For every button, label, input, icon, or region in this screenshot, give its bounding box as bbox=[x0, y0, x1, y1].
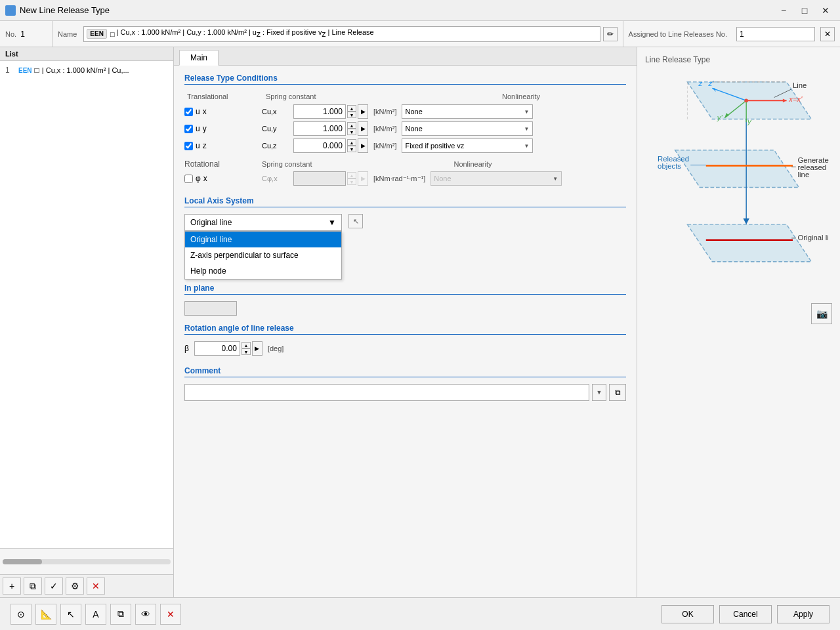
rotation-title: Rotation angle of line release bbox=[184, 324, 626, 335]
list-item[interactable]: 1 EEN □ | Cu,x : 1.000 kN/m² | Cu,... bbox=[3, 64, 171, 77]
list-settings-button[interactable]: ⚙ bbox=[66, 578, 84, 595]
list-item-number: 1 bbox=[5, 66, 16, 75]
ux-value-input[interactable] bbox=[293, 104, 346, 119]
uz-arrow-button[interactable]: ▶ bbox=[358, 138, 368, 153]
col-spring-constant: Spring constant bbox=[263, 91, 414, 102]
ux-nonlinearity-select[interactable]: None Fixed positive Fixed negative Fixed… bbox=[402, 104, 533, 119]
assigned-input[interactable] bbox=[736, 27, 815, 41]
uy-spin-wrapper: ▲ ▼ ▶ bbox=[293, 121, 368, 136]
layers-icon-button[interactable]: ⧉ bbox=[110, 604, 131, 625]
phix-unit: [kNm·rad⁻¹·m⁻¹] bbox=[373, 175, 425, 183]
minimize-button[interactable]: − bbox=[774, 3, 793, 18]
uz-spin-down[interactable]: ▼ bbox=[347, 146, 356, 152]
phix-checkbox[interactable] bbox=[184, 175, 193, 183]
list-check-button[interactable]: ✓ bbox=[45, 578, 63, 595]
phix-arrow-button: ▶ bbox=[358, 171, 368, 186]
dropdown-item-z-axis[interactable]: Z-axis perpendicular to surface bbox=[185, 247, 341, 263]
delete-icon-button[interactable]: ✕ bbox=[160, 604, 181, 625]
uz-checkbox-label[interactable]: uz bbox=[184, 141, 257, 150]
list-scrollbar[interactable] bbox=[3, 559, 171, 564]
ok-button[interactable]: OK bbox=[662, 605, 714, 623]
app-icon bbox=[5, 5, 16, 16]
rotation-arrow-button[interactable]: ▶ bbox=[252, 341, 262, 356]
ux-spin-buttons: ▲ ▼ bbox=[347, 105, 356, 118]
ux-arrow-button[interactable]: ▶ bbox=[358, 104, 368, 119]
uz-unit: [kN/m²] bbox=[373, 142, 396, 150]
uy-value-input[interactable] bbox=[293, 121, 346, 136]
svg-text:line: line bbox=[798, 171, 810, 178]
apply-button[interactable]: Apply bbox=[777, 605, 830, 623]
font-icon-button[interactable]: A bbox=[85, 604, 106, 625]
tab-main[interactable]: Main bbox=[179, 50, 219, 66]
dropdown-item-help-node[interactable]: Help node bbox=[185, 263, 341, 279]
name-edit-button[interactable]: ✏ bbox=[603, 27, 618, 41]
phix-checkbox-label[interactable]: φx bbox=[184, 174, 257, 183]
no-section: No. 1 bbox=[0, 21, 52, 47]
svg-text:Line: Line bbox=[793, 81, 807, 89]
assigned-clear-button[interactable]: ✕ bbox=[820, 27, 835, 41]
in-plane-input[interactable] bbox=[184, 301, 237, 316]
uy-nonlinearity-select[interactable]: None Fixed positive Fixed negative Fixed… bbox=[402, 121, 533, 136]
ux-spin-up[interactable]: ▲ bbox=[347, 105, 356, 112]
maximize-button[interactable]: □ bbox=[795, 3, 814, 18]
eye-icon-button[interactable]: 👁 bbox=[135, 604, 156, 625]
bottom-icons: ⊙ 📐 ↖ A ⧉ 👁 ✕ bbox=[10, 604, 656, 625]
list-copy-button[interactable]: ⧉ bbox=[24, 578, 42, 595]
phix-spin-down: ▼ bbox=[347, 178, 356, 185]
uz-spin-up[interactable]: ▲ bbox=[347, 139, 356, 146]
ux-spin-down[interactable]: ▼ bbox=[347, 112, 356, 118]
uy-checkbox-label[interactable]: uy bbox=[184, 124, 257, 133]
uy-checkbox[interactable] bbox=[184, 125, 193, 133]
list-item-square: □ bbox=[35, 66, 39, 75]
uz-spring-label: Cu,z bbox=[262, 142, 288, 150]
phix-row: φx Cφ,x ▲ ▼ ▶ [kNm·rad⁻¹·m⁻¹] bbox=[184, 171, 626, 186]
cursor-icon-button[interactable]: ↖ bbox=[60, 604, 81, 625]
comment-copy-button[interactable]: ⧉ bbox=[609, 384, 626, 401]
list-toolbar: + ⧉ ✓ ⚙ ✕ bbox=[0, 574, 173, 597]
ux-spin-wrapper: ▲ ▼ ▶ bbox=[293, 104, 368, 119]
ux-checkbox[interactable] bbox=[184, 108, 193, 116]
in-plane-section: In plane bbox=[184, 284, 626, 316]
uy-arrow-button[interactable]: ▶ bbox=[358, 121, 368, 136]
uy-row: uy Cu,y ▲ ▼ ▶ [kN/m²] bbox=[184, 121, 626, 136]
title-bar: New Line Release Type − □ ✕ bbox=[0, 0, 840, 21]
phix-nonlinearity-wrapper: None bbox=[430, 171, 562, 186]
list-add-button[interactable]: + bbox=[3, 578, 21, 595]
list-scrollbar-thumb bbox=[3, 559, 42, 564]
svg-text:Original line: Original line bbox=[798, 234, 829, 242]
ux-spring-label: Cu,x bbox=[262, 108, 288, 116]
diagram-panel: Line Release Type bbox=[637, 47, 840, 597]
uy-unit: [kN/m²] bbox=[373, 125, 396, 133]
axis-select-button[interactable]: Original line ▼ bbox=[184, 214, 342, 231]
ruler-icon-button[interactable]: 📐 bbox=[35, 604, 56, 625]
uz-checkbox[interactable] bbox=[184, 142, 193, 150]
phix-spin-wrapper: ▲ ▼ ▶ bbox=[293, 171, 368, 186]
list-content[interactable]: 1 EEN □ | Cu,x : 1.000 kN/m² | Cu,... bbox=[0, 61, 173, 548]
axis-help-button[interactable]: ↖ bbox=[348, 214, 363, 228]
view-icon-button[interactable]: ⊙ bbox=[10, 604, 32, 625]
list-delete-button[interactable]: ✕ bbox=[87, 578, 105, 595]
uz-nonlinearity-select[interactable]: None Fixed positive Fixed negative Fixed… bbox=[402, 138, 533, 153]
comment-dropdown-button[interactable]: ▼ bbox=[592, 384, 606, 401]
uz-value-input[interactable] bbox=[293, 138, 346, 153]
rotation-section: Rotation angle of line release β ▲ ▼ ▶ [… bbox=[184, 324, 626, 356]
uy-spin-down[interactable]: ▼ bbox=[347, 129, 356, 135]
main-container: No. 1 Name EEN □ | Cu,x : 1.000 kN/m² | … bbox=[0, 21, 840, 630]
rotation-input[interactable] bbox=[194, 341, 240, 356]
ux-row: ux Cu,x ▲ ▼ ▶ [kN/m²] bbox=[184, 104, 626, 119]
rotational-label: Rotational bbox=[184, 159, 257, 169]
release-type-conditions-section: Release Type Conditions Translational Sp… bbox=[184, 74, 626, 186]
diagram-screenshot-button[interactable]: 📷 bbox=[811, 303, 832, 324]
dropdown-item-original-line[interactable]: Original line bbox=[185, 232, 341, 247]
close-button[interactable]: ✕ bbox=[816, 3, 835, 18]
rotation-spin-down[interactable]: ▼ bbox=[242, 348, 251, 355]
rotation-unit: [deg] bbox=[268, 345, 284, 352]
ux-checkbox-label[interactable]: ux bbox=[184, 107, 257, 116]
uy-spin-up[interactable]: ▲ bbox=[347, 122, 356, 129]
cancel-button[interactable]: Cancel bbox=[719, 605, 772, 623]
svg-text:z: z bbox=[698, 79, 702, 87]
comment-input[interactable] bbox=[184, 384, 589, 401]
tag-een: EEN bbox=[87, 29, 107, 39]
uy-spring-label: Cu,y bbox=[262, 125, 288, 133]
rotation-spin-up[interactable]: ▲ bbox=[242, 342, 251, 348]
